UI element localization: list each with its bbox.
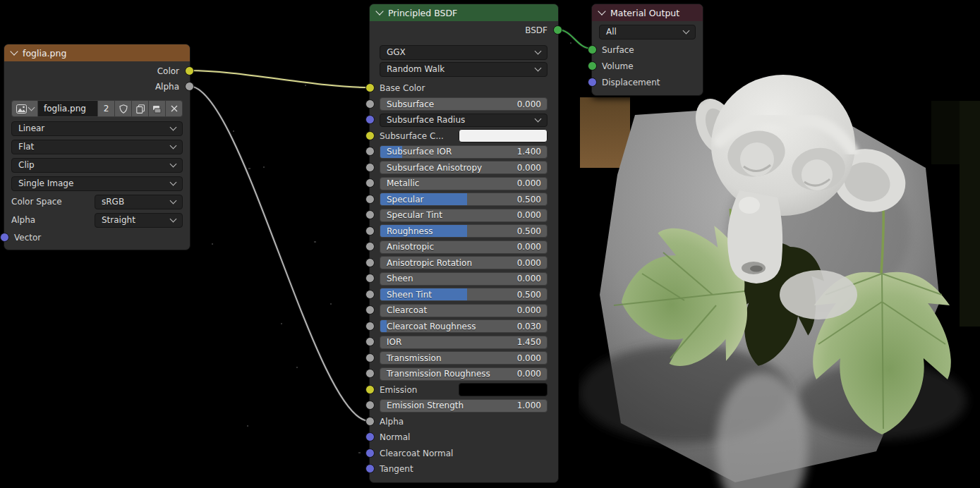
material-output-node-header[interactable]: Material Output xyxy=(592,4,703,21)
subsurface-anisotropy-slider[interactable]: Subsurface Anisotropy 0.000 xyxy=(380,161,548,174)
roughness-slider[interactable]: Roughness 0.500 xyxy=(380,224,548,238)
input-row-subsurface: Subsurface 0.000 xyxy=(370,97,558,113)
socket-transmission[interactable] xyxy=(365,353,375,362)
input-row-specular: Specular 0.500 xyxy=(370,192,558,208)
output-label-color: Color xyxy=(14,66,179,76)
pack-image-button[interactable] xyxy=(149,100,166,117)
input-row-volume: Volume xyxy=(592,58,703,74)
shield-icon xyxy=(119,104,128,114)
clearcoat-roughness-slider[interactable]: Clearcoat Roughness 0.030 xyxy=(380,319,548,333)
target-dropdown[interactable]: All xyxy=(599,25,696,39)
socket-sheen[interactable] xyxy=(365,274,375,283)
collapse-chevron-icon[interactable] xyxy=(375,7,383,15)
fake-user-button[interactable] xyxy=(115,100,132,117)
socket-color-output[interactable] xyxy=(185,66,194,75)
input-row-transmission-roughness: Transmission Roughness 0.000 xyxy=(370,366,558,382)
socket-emission[interactable] xyxy=(365,385,375,394)
socket-subsurface[interactable] xyxy=(365,99,375,109)
interpolation-dropdown[interactable]: Linear xyxy=(11,121,183,136)
socket-emission-strength[interactable] xyxy=(365,401,375,410)
socket-ior[interactable] xyxy=(365,337,375,346)
transmission-slider[interactable]: Transmission 0.000 xyxy=(380,351,548,365)
specular-slider[interactable]: Specular 0.500 xyxy=(380,193,548,206)
output-row-alpha: Alpha xyxy=(4,79,190,94)
image-texture-node[interactable]: foglia.png Color Alpha foglia.png 2 xyxy=(4,44,190,250)
chevron-down-icon xyxy=(170,142,177,149)
socket-clearcoat-normal[interactable] xyxy=(365,449,375,458)
chevron-down-icon xyxy=(28,104,35,111)
distribution-dropdown[interactable]: GGX xyxy=(380,45,548,60)
projection-dropdown[interactable]: Flat xyxy=(11,140,183,154)
source-dropdown[interactable]: Single Image xyxy=(11,176,183,191)
socket-bsdf-output[interactable] xyxy=(553,25,562,35)
anisotropic-slider[interactable]: Anisotropic 0.000 xyxy=(380,240,548,254)
anisotropic-rotation-slider[interactable]: Anisotropic Rotation 0.000 xyxy=(380,256,548,269)
sheen-tint-slider[interactable]: Sheen Tint 0.500 xyxy=(380,288,548,301)
link-bsdf-surface-outline xyxy=(557,30,592,49)
users-count-button[interactable]: 2 xyxy=(98,100,115,117)
collapse-chevron-icon[interactable] xyxy=(10,47,18,55)
emission-strength-slider[interactable]: Emission Strength 1.000 xyxy=(380,399,548,413)
socket-alpha-input[interactable] xyxy=(365,417,375,426)
copy-icon xyxy=(136,104,145,114)
unlink-button[interactable] xyxy=(166,100,183,117)
alpha-mode-dropdown[interactable]: Straight xyxy=(95,213,183,228)
target-value: All xyxy=(606,27,684,37)
material-output-node[interactable]: Material Output All Surface Volume Displ… xyxy=(591,4,703,96)
socket-clearcoat-roughness[interactable] xyxy=(365,322,375,331)
image-browse-button[interactable] xyxy=(11,100,38,117)
socket-specular[interactable] xyxy=(365,195,375,204)
transmission-roughness-slider[interactable]: Transmission Roughness 0.000 xyxy=(380,367,548,381)
extension-dropdown[interactable]: Clip xyxy=(11,158,183,173)
input-row-sheen-tint: Sheen Tint 0.500 xyxy=(370,287,558,303)
ior-slider[interactable]: IOR 1.450 xyxy=(380,336,548,349)
socket-roughness[interactable] xyxy=(365,226,375,236)
input-row-ior: IOR 1.450 xyxy=(370,334,558,350)
socket-normal[interactable] xyxy=(365,432,375,441)
subsurface-ior-slider[interactable]: Subsurface IOR 1.400 xyxy=(380,145,548,159)
socket-specular-tint[interactable] xyxy=(365,210,375,219)
principled-bsdf-node[interactable]: Principled BSDF BSDF GGX Random Walk Bas… xyxy=(369,4,559,483)
subsurface-radius-dropdown[interactable]: Subsurface Radius xyxy=(380,114,548,127)
socket-subsurface-ior[interactable] xyxy=(365,147,375,156)
socket-vector-input[interactable] xyxy=(0,233,9,242)
collapse-chevron-icon[interactable] xyxy=(598,7,605,15)
socket-transmission-roughness[interactable] xyxy=(365,369,375,378)
target-row: All xyxy=(592,24,703,39)
projection-value: Flat xyxy=(18,142,171,152)
chevron-down-icon xyxy=(170,160,177,167)
source-row: Single Image xyxy=(4,176,190,191)
subsurface-method-dropdown[interactable]: Random Walk xyxy=(380,62,548,77)
node-title: foglia.png xyxy=(23,48,66,59)
clearcoat-slider[interactable]: Clearcoat 0.000 xyxy=(380,304,548,317)
socket-subsurface-radius[interactable] xyxy=(365,115,375,124)
interpolation-row: Linear xyxy=(4,121,190,136)
principled-bsdf-node-header[interactable]: Principled BSDF xyxy=(370,4,558,21)
socket-volume[interactable] xyxy=(588,61,597,71)
vector-input-label: Vector xyxy=(14,233,41,243)
metallic-slider[interactable]: Metallic 0.000 xyxy=(380,177,548,190)
image-name-field[interactable]: foglia.png xyxy=(38,100,98,117)
socket-subsurface-color[interactable] xyxy=(365,131,375,140)
sheen-slider[interactable]: Sheen 0.000 xyxy=(380,272,548,286)
subsurface-slider[interactable]: Subsurface 0.000 xyxy=(380,97,548,111)
socket-anisotropic[interactable] xyxy=(365,242,375,251)
input-row-sheen: Sheen 0.000 xyxy=(370,271,558,287)
socket-clearcoat[interactable] xyxy=(365,305,375,315)
color-space-dropdown[interactable]: sRGB xyxy=(95,195,183,209)
socket-anisotropic-rotation[interactable] xyxy=(365,258,375,267)
socket-alpha-output[interactable] xyxy=(185,82,194,91)
socket-subsurface-anisotropy[interactable] xyxy=(365,163,375,172)
socket-surface[interactable] xyxy=(588,45,597,54)
socket-base-color[interactable] xyxy=(365,83,375,92)
copy-datablock-button[interactable] xyxy=(132,100,149,117)
socket-sheen-tint[interactable] xyxy=(365,290,375,299)
emission-color-swatch[interactable] xyxy=(459,383,548,396)
source-value: Single Image xyxy=(18,178,171,188)
image-texture-node-header[interactable]: foglia.png xyxy=(4,44,190,61)
socket-displacement[interactable] xyxy=(588,78,597,87)
socket-tangent[interactable] xyxy=(365,464,375,473)
specular-tint-slider[interactable]: Specular Tint 0.000 xyxy=(380,209,548,222)
subsurface-color-swatch[interactable] xyxy=(459,129,548,142)
socket-metallic[interactable] xyxy=(365,178,375,188)
